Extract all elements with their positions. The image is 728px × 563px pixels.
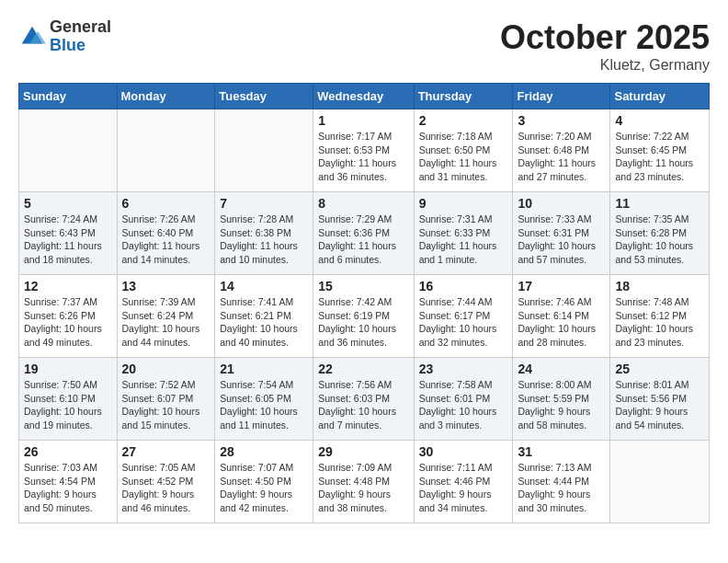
calendar-cell: 3Sunrise: 7:20 AM Sunset: 6:48 PM Daylig… bbox=[513, 109, 610, 192]
calendar-cell bbox=[610, 441, 710, 523]
day-info: Sunrise: 7:03 AM Sunset: 4:54 PM Dayligh… bbox=[24, 461, 112, 515]
day-info: Sunrise: 7:46 AM Sunset: 6:14 PM Dayligh… bbox=[518, 295, 605, 350]
page-header: General Blue October 2025 Kluetz, German… bbox=[18, 18, 710, 74]
day-number: 18 bbox=[615, 279, 704, 293]
calendar-cell: 16Sunrise: 7:44 AM Sunset: 6:17 PM Dayli… bbox=[414, 275, 513, 358]
weekday-header: Wednesday bbox=[313, 84, 414, 109]
calendar-cell: 10Sunrise: 7:33 AM Sunset: 6:31 PM Dayli… bbox=[513, 192, 610, 275]
calendar-cell: 25Sunrise: 8:01 AM Sunset: 5:56 PM Dayli… bbox=[610, 358, 710, 441]
day-number: 29 bbox=[318, 444, 408, 459]
day-info: Sunrise: 7:22 AM Sunset: 6:45 PM Dayligh… bbox=[615, 130, 704, 184]
day-number: 20 bbox=[122, 362, 210, 376]
day-info: Sunrise: 7:31 AM Sunset: 6:33 PM Dayligh… bbox=[419, 213, 508, 267]
logo-icon bbox=[18, 23, 46, 51]
day-number: 11 bbox=[615, 196, 704, 211]
day-info: Sunrise: 7:05 AM Sunset: 4:52 PM Dayligh… bbox=[122, 461, 210, 515]
logo-blue: Blue bbox=[50, 36, 85, 54]
day-info: Sunrise: 8:00 AM Sunset: 5:59 PM Dayligh… bbox=[518, 378, 605, 432]
calendar-week-row: 12Sunrise: 7:37 AM Sunset: 6:26 PM Dayli… bbox=[19, 275, 710, 358]
day-number: 30 bbox=[419, 444, 508, 459]
day-info: Sunrise: 7:39 AM Sunset: 6:24 PM Dayligh… bbox=[122, 295, 210, 350]
day-info: Sunrise: 7:42 AM Sunset: 6:19 PM Dayligh… bbox=[318, 295, 408, 350]
calendar-cell bbox=[19, 109, 118, 192]
day-info: Sunrise: 7:29 AM Sunset: 6:36 PM Dayligh… bbox=[318, 213, 408, 267]
day-number: 13 bbox=[122, 279, 210, 293]
calendar-cell: 8Sunrise: 7:29 AM Sunset: 6:36 PM Daylig… bbox=[313, 192, 414, 275]
calendar-cell: 18Sunrise: 7:48 AM Sunset: 6:12 PM Dayli… bbox=[610, 275, 710, 358]
calendar-week-row: 19Sunrise: 7:50 AM Sunset: 6:10 PM Dayli… bbox=[19, 358, 710, 441]
calendar-cell: 9Sunrise: 7:31 AM Sunset: 6:33 PM Daylig… bbox=[414, 192, 513, 275]
weekday-header-row: SundayMondayTuesdayWednesdayThursdayFrid… bbox=[19, 84, 710, 109]
calendar-cell: 5Sunrise: 7:24 AM Sunset: 6:43 PM Daylig… bbox=[19, 192, 118, 275]
day-number: 27 bbox=[122, 444, 210, 459]
calendar-week-row: 5Sunrise: 7:24 AM Sunset: 6:43 PM Daylig… bbox=[19, 192, 710, 275]
calendar-cell bbox=[215, 109, 313, 192]
location: Kluetz, Germany bbox=[500, 57, 710, 74]
day-number: 2 bbox=[419, 113, 508, 128]
weekday-header: Saturday bbox=[610, 84, 710, 109]
day-number: 1 bbox=[318, 113, 408, 128]
day-info: Sunrise: 7:33 AM Sunset: 6:31 PM Dayligh… bbox=[518, 213, 605, 267]
logo: General Blue bbox=[18, 18, 111, 55]
day-number: 21 bbox=[220, 362, 308, 376]
day-info: Sunrise: 7:54 AM Sunset: 6:05 PM Dayligh… bbox=[220, 378, 308, 432]
day-number: 7 bbox=[220, 196, 308, 211]
day-number: 10 bbox=[518, 196, 605, 211]
month-title: October 2025 bbox=[500, 18, 710, 57]
weekday-header: Tuesday bbox=[215, 84, 313, 109]
day-number: 26 bbox=[24, 444, 112, 459]
day-info: Sunrise: 7:58 AM Sunset: 6:01 PM Dayligh… bbox=[419, 378, 508, 432]
calendar-cell: 2Sunrise: 7:18 AM Sunset: 6:50 PM Daylig… bbox=[414, 109, 513, 192]
day-number: 6 bbox=[122, 196, 210, 211]
calendar-cell: 1Sunrise: 7:17 AM Sunset: 6:53 PM Daylig… bbox=[313, 109, 414, 192]
calendar-cell: 6Sunrise: 7:26 AM Sunset: 6:40 PM Daylig… bbox=[117, 192, 215, 275]
calendar-cell: 12Sunrise: 7:37 AM Sunset: 6:26 PM Dayli… bbox=[19, 275, 118, 358]
calendar-cell: 31Sunrise: 7:13 AM Sunset: 4:44 PM Dayli… bbox=[513, 441, 610, 523]
calendar-cell: 14Sunrise: 7:41 AM Sunset: 6:21 PM Dayli… bbox=[215, 275, 313, 358]
day-number: 23 bbox=[419, 362, 508, 376]
day-number: 3 bbox=[518, 113, 605, 128]
calendar-week-row: 1Sunrise: 7:17 AM Sunset: 6:53 PM Daylig… bbox=[19, 109, 710, 192]
calendar-cell: 22Sunrise: 7:56 AM Sunset: 6:03 PM Dayli… bbox=[313, 358, 414, 441]
weekday-header: Friday bbox=[513, 84, 610, 109]
title-area: October 2025 Kluetz, Germany bbox=[500, 18, 710, 74]
calendar-cell: 29Sunrise: 7:09 AM Sunset: 4:48 PM Dayli… bbox=[313, 441, 414, 523]
weekday-header: Sunday bbox=[19, 84, 118, 109]
day-number: 5 bbox=[24, 196, 112, 211]
calendar-cell: 30Sunrise: 7:11 AM Sunset: 4:46 PM Dayli… bbox=[414, 441, 513, 523]
day-info: Sunrise: 7:24 AM Sunset: 6:43 PM Dayligh… bbox=[24, 213, 112, 267]
calendar-cell: 7Sunrise: 7:28 AM Sunset: 6:38 PM Daylig… bbox=[215, 192, 313, 275]
calendar-cell: 24Sunrise: 8:00 AM Sunset: 5:59 PM Dayli… bbox=[513, 358, 610, 441]
logo-text: General Blue bbox=[50, 18, 111, 55]
day-number: 8 bbox=[318, 196, 408, 211]
weekday-header: Monday bbox=[117, 84, 215, 109]
day-info: Sunrise: 7:11 AM Sunset: 4:46 PM Dayligh… bbox=[419, 461, 508, 515]
weekday-header: Thursday bbox=[414, 84, 513, 109]
day-number: 15 bbox=[318, 279, 408, 293]
day-number: 14 bbox=[220, 279, 308, 293]
day-number: 19 bbox=[24, 362, 112, 376]
calendar-cell: 21Sunrise: 7:54 AM Sunset: 6:05 PM Dayli… bbox=[215, 358, 313, 441]
calendar-cell: 17Sunrise: 7:46 AM Sunset: 6:14 PM Dayli… bbox=[513, 275, 610, 358]
day-info: Sunrise: 7:56 AM Sunset: 6:03 PM Dayligh… bbox=[318, 378, 408, 432]
day-number: 16 bbox=[419, 279, 508, 293]
day-number: 24 bbox=[518, 362, 605, 376]
day-info: Sunrise: 7:37 AM Sunset: 6:26 PM Dayligh… bbox=[24, 295, 112, 350]
calendar-cell: 20Sunrise: 7:52 AM Sunset: 6:07 PM Dayli… bbox=[117, 358, 215, 441]
calendar: SundayMondayTuesdayWednesdayThursdayFrid… bbox=[18, 83, 710, 523]
calendar-cell: 26Sunrise: 7:03 AM Sunset: 4:54 PM Dayli… bbox=[19, 441, 118, 523]
calendar-cell: 28Sunrise: 7:07 AM Sunset: 4:50 PM Dayli… bbox=[215, 441, 313, 523]
logo-general: General bbox=[50, 17, 111, 36]
calendar-cell: 19Sunrise: 7:50 AM Sunset: 6:10 PM Dayli… bbox=[19, 358, 118, 441]
calendar-cell: 4Sunrise: 7:22 AM Sunset: 6:45 PM Daylig… bbox=[610, 109, 710, 192]
day-info: Sunrise: 7:41 AM Sunset: 6:21 PM Dayligh… bbox=[220, 295, 308, 350]
calendar-week-row: 26Sunrise: 7:03 AM Sunset: 4:54 PM Dayli… bbox=[19, 441, 710, 523]
day-number: 12 bbox=[24, 279, 112, 293]
day-info: Sunrise: 7:17 AM Sunset: 6:53 PM Dayligh… bbox=[318, 130, 408, 184]
day-info: Sunrise: 7:50 AM Sunset: 6:10 PM Dayligh… bbox=[24, 378, 112, 432]
day-number: 4 bbox=[615, 113, 704, 128]
day-info: Sunrise: 7:35 AM Sunset: 6:28 PM Dayligh… bbox=[615, 213, 704, 267]
day-number: 17 bbox=[518, 279, 605, 293]
day-info: Sunrise: 7:13 AM Sunset: 4:44 PM Dayligh… bbox=[518, 461, 605, 515]
day-info: Sunrise: 7:07 AM Sunset: 4:50 PM Dayligh… bbox=[220, 461, 308, 515]
